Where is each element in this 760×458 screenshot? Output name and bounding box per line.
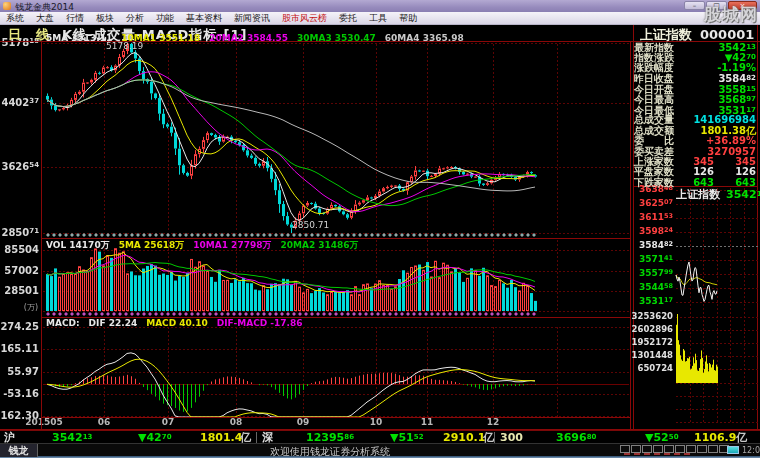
quote-label: 下跌家数 — [634, 178, 674, 188]
status-item: 1801.4 — [200, 432, 242, 443]
status-item: 沪 — [4, 432, 15, 443]
status-bar: 沪354213▼42701801.4亿深1239586▼51522910.1亿3… — [0, 430, 760, 443]
quote-value: -1.19% — [717, 63, 756, 73]
quote-value: 354213 — [718, 42, 756, 53]
status-item: 1106.9 — [694, 432, 736, 443]
menu-item-10[interactable]: 委托 — [333, 12, 363, 25]
menu-item-7[interactable]: 基本资料 — [180, 12, 228, 25]
menu-bar: 系统大盘行情板块分析功能基本资料新闻资讯股市风云榜委托工具帮助 — [0, 12, 760, 25]
menu-item-9[interactable]: 股市风云榜 — [276, 12, 333, 25]
quote-value: 355815 — [718, 84, 756, 95]
menu-item-2[interactable]: 大盘 — [30, 12, 60, 25]
maximize-button[interactable]: □ — [706, 1, 727, 10]
status-item: 300 — [500, 432, 523, 443]
bottom-bar: 钱龙 欢迎使用钱龙证券分析系统 12:09 — [0, 443, 760, 456]
status-item: 2910.1 — [443, 432, 485, 443]
quote-value-2: 126 — [714, 167, 756, 177]
app-window: 钱龙金典2014 –□× 股城网 系统大盘行情板块分析功能基本资料新闻资讯股市风… — [0, 0, 760, 458]
minimize-button[interactable]: – — [684, 1, 705, 10]
ma-values-header: 5MA 3513.1110MA1 3551.1820MA2 3584.5530M… — [46, 33, 473, 43]
macd-value: MACD: — [46, 318, 80, 328]
quote-row: 昨日收盘358482 — [634, 73, 756, 83]
quote-label: 平盘家数 — [634, 167, 674, 177]
menu-item-3[interactable]: 行情 — [60, 12, 90, 25]
quote-value: 356897 — [718, 94, 756, 105]
quote-value: 358482 — [718, 73, 756, 84]
quote-row: 今日最高356897 — [634, 94, 756, 104]
volume-value: 5MA 25618万 — [119, 240, 185, 250]
volume-value: 20MA2 31486万 — [280, 240, 358, 250]
status-item: 亿 — [736, 432, 747, 443]
quote-row: 涨跌幅度-1.19% — [634, 63, 756, 73]
status-separator — [256, 432, 257, 443]
menu-item-1[interactable]: 系统 — [0, 12, 30, 25]
mini-chart-title: 上证指数354213 — [676, 187, 760, 202]
ma-value: 20MA2 3584.55 — [209, 33, 288, 43]
window-controls: –□× — [684, 1, 757, 10]
status-item: ▼5250 — [645, 432, 679, 443]
clock-icon — [727, 446, 739, 454]
status-item: ▼4270 — [138, 432, 172, 443]
volume-value: 10MA1 27798万 — [193, 240, 271, 250]
status-item: 369680 — [556, 432, 596, 443]
status-time: 12:09 — [742, 446, 760, 455]
ma-value: 5MA 3513.11 — [46, 33, 112, 43]
mini-chart-index-name: 上证指数 — [676, 188, 720, 201]
quote-label: 涨跌幅度 — [634, 63, 674, 73]
status-item: 1239586 — [306, 432, 354, 443]
status-item: ▼5152 — [390, 432, 424, 443]
macd-values-header: MACD:DIF 22.24MACD 40.10DIF-MACD -17.86 — [46, 318, 312, 328]
index-code: 000001 — [700, 27, 754, 42]
progress-marks — [624, 453, 694, 458]
index-name: 上证指数 — [640, 27, 692, 42]
menu-item-6[interactable]: 功能 — [150, 12, 180, 25]
quote-row: 今日开盘355815 — [634, 84, 756, 94]
close-button[interactable]: × — [728, 1, 757, 10]
status-item: 亿 — [240, 432, 251, 443]
app-icon — [3, 2, 11, 10]
volume-values-header: VOL 14170万5MA 25618万10MA1 27798万20MA2 31… — [46, 239, 368, 252]
ma-value: 10MA1 3551.18 — [121, 33, 200, 43]
menu-item-12[interactable]: 帮助 — [393, 12, 423, 25]
menu-item-11[interactable]: 工具 — [363, 12, 393, 25]
quote-label: 总成交量 — [634, 115, 674, 125]
menu-item-8[interactable]: 新闻资讯 — [228, 12, 276, 25]
status-separator — [494, 432, 495, 443]
macd-value: MACD 40.10 — [146, 318, 208, 328]
menu-item-5[interactable]: 分析 — [120, 12, 150, 25]
mini-chart-index-value: 354213 — [726, 188, 760, 201]
title-bar: 钱龙金典2014 –□× — [0, 0, 760, 12]
ma-value: 30MA3 3530.47 — [297, 33, 376, 43]
quote-panel-rows: 最新指数354213指数涨跌▼4270涨跌幅度-1.19%昨日收盘358482今… — [634, 42, 756, 188]
brand-button[interactable]: 钱龙 — [0, 444, 38, 457]
ma-value: 60MA4 3365.98 — [385, 33, 464, 43]
status-item: 深 — [262, 432, 273, 443]
menu-item-4[interactable]: 板块 — [90, 12, 120, 25]
volume-value: VOL 14170万 — [46, 240, 110, 250]
quote-label: 委 比 — [634, 136, 674, 146]
macd-value: DIF 22.24 — [89, 318, 138, 328]
status-item: 354213 — [52, 432, 92, 443]
status-item: 亿 — [483, 432, 494, 443]
welcome-message: 欢迎使用钱龙证券分析系统 — [40, 445, 620, 458]
macd-value: DIF-MACD -17.86 — [217, 318, 303, 328]
chart-period-label: 日 线 — [8, 27, 50, 42]
quote-row: 最新指数354213 — [634, 42, 756, 52]
